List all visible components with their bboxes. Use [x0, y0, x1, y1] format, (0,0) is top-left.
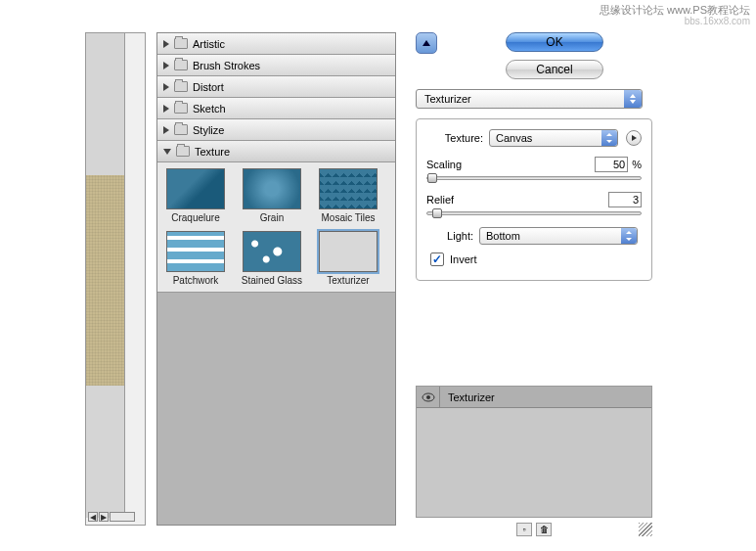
thumb-stained-glass[interactable]: Stained Glass	[238, 231, 306, 286]
scaling-slider[interactable]	[426, 176, 642, 180]
relief-label: Relief	[426, 194, 454, 206]
texture-fieldset: Texture: Canvas Scaling % Relief Light:	[416, 118, 652, 281]
scaling-input[interactable]	[595, 157, 628, 172]
collapse-button[interactable]	[416, 32, 437, 54]
watermark-text-2: bbs.16xx8.com	[685, 16, 750, 26]
relief-input[interactable]	[608, 192, 642, 207]
scroll-right-icon[interactable]: ▶	[99, 512, 109, 522]
texture-label: Texture:	[426, 132, 483, 144]
preview-content	[86, 33, 125, 518]
triangle-up-icon	[422, 40, 430, 46]
folder-icon	[174, 60, 188, 70]
layer-name: Texturizer	[440, 391, 495, 403]
thumb-label: Craquelure	[161, 212, 230, 223]
preview-texture	[86, 175, 125, 386]
category-label: Sketch	[193, 103, 226, 115]
category-distort[interactable]: Distort	[157, 76, 395, 98]
thumb-label: Patchwork	[161, 275, 230, 286]
effect-layers-panel: Texturizer ▫ 🗑	[416, 386, 652, 518]
thumb-image	[243, 231, 301, 272]
category-brush-strokes[interactable]: Brush Strokes	[157, 55, 395, 76]
layer-row[interactable]: Texturizer	[417, 387, 651, 408]
new-layer-button[interactable]: ▫	[516, 523, 532, 536]
preview-pane	[85, 32, 146, 526]
thumb-mosaic-tiles[interactable]: Mosaic Tiles	[314, 168, 382, 223]
category-stylize[interactable]: Stylize	[157, 119, 395, 141]
filter-thumbnails: Craquelure Grain Mosaic Tiles Patchwork …	[157, 162, 395, 293]
folder-icon	[174, 81, 188, 92]
category-label: Stylize	[193, 124, 224, 136]
updown-arrows-icon	[624, 90, 642, 108]
scaling-unit: %	[632, 159, 642, 170]
thumb-label: Stained Glass	[238, 275, 306, 286]
thumb-label: Grain	[238, 212, 306, 223]
triangle-right-icon	[163, 40, 169, 48]
light-select[interactable]: Bottom	[479, 227, 638, 245]
folder-icon	[174, 38, 188, 49]
folder-icon	[174, 103, 188, 114]
thumb-craquelure[interactable]: Craquelure	[161, 168, 230, 223]
category-label: Artistic	[193, 38, 225, 50]
filter-select[interactable]: Texturizer	[416, 89, 643, 109]
invert-label: Invert	[450, 253, 477, 265]
preview-scrollbar[interactable]: ◀ ▶	[88, 512, 135, 550]
triangle-right-icon	[163, 126, 169, 134]
relief-slider[interactable]	[426, 211, 642, 215]
triangle-right-icon	[163, 62, 169, 69]
category-label: Brush Strokes	[193, 60, 260, 71]
slider-thumb[interactable]	[432, 208, 442, 218]
thumb-patchwork[interactable]: Patchwork	[161, 231, 230, 286]
category-label: Distort	[193, 81, 224, 93]
category-artistic[interactable]: Artistic	[157, 33, 395, 55]
triangle-right-icon	[163, 83, 169, 91]
scaling-label: Scaling	[426, 159, 462, 170]
visibility-toggle[interactable]	[417, 387, 440, 408]
thumb-image	[166, 168, 225, 209]
scroll-track[interactable]	[110, 512, 135, 522]
thumb-image	[243, 168, 301, 209]
slider-thumb[interactable]	[427, 173, 437, 183]
ok-button[interactable]: OK	[506, 32, 603, 52]
light-label: Light:	[426, 230, 473, 242]
cancel-button[interactable]: Cancel	[506, 60, 603, 79]
light-select-value: Bottom	[486, 230, 520, 242]
eye-icon	[422, 392, 435, 402]
filter-select-value: Texturizer	[424, 93, 471, 105]
updown-arrows-icon	[601, 130, 617, 146]
category-label: Texture	[195, 146, 230, 158]
thumb-grain[interactable]: Grain	[238, 168, 306, 223]
thumb-label: Mosaic Tiles	[314, 212, 382, 223]
settings-panel: OK Cancel Texturizer Texture: Canvas Sca…	[416, 32, 652, 291]
filter-category-list: Artistic Brush Strokes Distort Sketch St…	[156, 32, 396, 526]
folder-icon	[174, 124, 188, 135]
thumb-label: Texturizer	[314, 275, 382, 286]
thumb-image	[319, 231, 378, 272]
svg-point-1	[426, 395, 430, 399]
updown-arrows-icon	[621, 228, 637, 244]
invert-checkbox[interactable]	[430, 253, 444, 266]
texture-select[interactable]: Canvas	[489, 129, 618, 147]
folder-icon	[176, 146, 190, 157]
category-texture[interactable]: Texture	[157, 141, 395, 162]
scroll-left-icon[interactable]: ◀	[88, 512, 98, 522]
triangle-right-icon	[163, 105, 169, 113]
load-texture-button[interactable]	[626, 130, 642, 146]
texture-select-value: Canvas	[496, 132, 532, 144]
category-sketch[interactable]: Sketch	[157, 98, 395, 119]
thumb-image	[319, 168, 378, 209]
thumb-image	[166, 231, 225, 272]
triangle-down-icon	[163, 149, 171, 155]
resize-handle-icon[interactable]	[639, 523, 652, 536]
thumb-texturizer[interactable]: Texturizer	[314, 231, 382, 286]
delete-layer-button[interactable]: 🗑	[536, 523, 552, 536]
